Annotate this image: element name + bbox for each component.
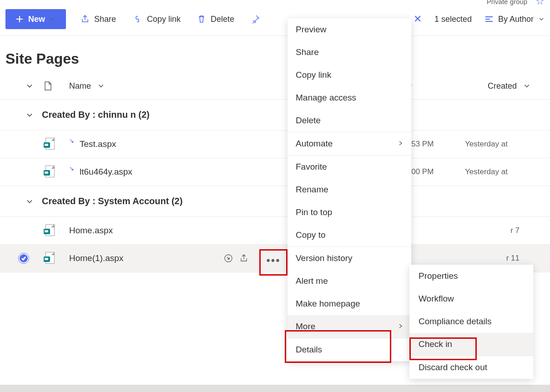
group-label: Created By : chinnu n (2): [42, 110, 150, 120]
type-header[interactable]: [42, 81, 69, 91]
menu-preview[interactable]: Preview: [288, 18, 411, 41]
group-header[interactable]: Created By : chinnu n (2): [0, 100, 550, 131]
menu-version-history[interactable]: Version history: [288, 247, 411, 270]
view-selector[interactable]: By Author: [484, 15, 545, 24]
menu-delete[interactable]: Delete: [288, 109, 411, 132]
toolbar: New Share Copy link Delete ✕ 1 selected …: [0, 0, 550, 36]
created-header[interactable]: Created: [488, 81, 542, 91]
chevron-down-icon: [25, 197, 34, 206]
chevron-right-icon: [398, 322, 403, 332]
menu-alert-me[interactable]: Alert me: [288, 270, 411, 292]
share-label: Share: [94, 15, 116, 24]
menu-more[interactable]: More: [288, 315, 411, 338]
file-name[interactable]: Test.aspx: [80, 139, 116, 149]
menu-manage-access[interactable]: Manage access: [288, 86, 411, 109]
submenu-compliance[interactable]: Compliance details: [409, 310, 533, 333]
plus-icon: [15, 15, 24, 23]
delete-label: Delete: [211, 15, 234, 24]
created-cell: r 7: [465, 226, 520, 235]
list-icon: [484, 16, 494, 22]
delete-button[interactable]: Delete: [195, 12, 236, 27]
sharepoint-page-icon: [44, 252, 55, 265]
group-toggle-header[interactable]: [5, 82, 42, 90]
file-row[interactable]: ↘ lt6u464y.aspx Yesterday at 11:00 PM Ye…: [0, 158, 550, 186]
submenu-discard-checkout[interactable]: Discard check out: [409, 356, 533, 379]
group-header[interactable]: Created By : System Account (2): [0, 186, 550, 217]
file-row[interactable]: ↘ Test.aspx Yesterday at 10:53 PM Yester…: [0, 131, 550, 158]
menu-rename[interactable]: Rename: [288, 178, 411, 201]
menu-copy-to[interactable]: Copy to: [288, 224, 411, 246]
more-actions-highlight: •••: [259, 249, 288, 276]
menu-automate[interactable]: Automate: [288, 132, 411, 155]
submenu-workflow[interactable]: Workflow: [409, 287, 533, 310]
copy-link-label: Copy link: [147, 15, 181, 24]
chevron-down-icon: [523, 82, 530, 90]
menu-copy-link[interactable]: Copy link: [288, 64, 411, 86]
new-button[interactable]: New: [5, 9, 66, 29]
file-name[interactable]: Home(1).aspx: [69, 253, 123, 263]
menu-pin-to-top[interactable]: Pin to top: [288, 201, 411, 224]
pin-button[interactable]: [249, 12, 262, 26]
more-submenu: Properties Workflow Compliance details C…: [409, 265, 533, 379]
group-label: Created By : System Account (2): [42, 196, 182, 206]
footer-bar: [0, 385, 550, 392]
selected-check-icon[interactable]: [19, 253, 29, 263]
view-label: By Author: [498, 15, 534, 24]
pin-icon: [251, 15, 260, 24]
menu-details[interactable]: Details: [288, 338, 411, 361]
share-row-icon[interactable]: [239, 254, 248, 263]
created-cell: Yesterday at: [465, 167, 520, 176]
close-selection-icon[interactable]: ✕: [414, 13, 422, 25]
sharepoint-page-icon: [44, 138, 55, 151]
submenu-properties[interactable]: Properties: [409, 265, 533, 287]
column-headers: Name Modified Created: [0, 76, 550, 100]
file-name[interactable]: Home.aspx: [69, 226, 113, 236]
created-cell: Yesterday at: [465, 140, 520, 149]
created-cell: r 11: [465, 254, 520, 263]
sharepoint-page-icon: [44, 166, 55, 178]
sharepoint-page-icon: [44, 224, 55, 237]
checkout-indicator-icon: ↘: [69, 165, 74, 172]
chevron-down-icon: [50, 16, 56, 22]
selection-count: 1 selected: [434, 15, 472, 24]
menu-share[interactable]: Share: [288, 41, 411, 64]
chevron-right-icon: [398, 139, 403, 149]
share-icon: [81, 15, 90, 24]
menu-favorite[interactable]: Favorite: [288, 156, 411, 178]
link-icon: [132, 15, 142, 24]
name-header-label: Name: [69, 81, 91, 91]
file-row[interactable]: Home.aspx r 7: [0, 217, 550, 245]
menu-make-homepage[interactable]: Make homepage: [288, 292, 411, 315]
more-actions-button[interactable]: •••: [266, 255, 280, 270]
chevron-down-icon: [538, 16, 545, 22]
context-menu: Preview Share Copy link Manage access De…: [288, 18, 411, 361]
trash-icon: [197, 15, 206, 24]
submenu-check-in[interactable]: Check in: [409, 333, 533, 356]
checkout-status-icon[interactable]: [224, 254, 233, 263]
chevron-down-icon: [25, 82, 34, 90]
file-icon: [44, 81, 52, 91]
chevron-down-icon: [97, 82, 105, 90]
created-header-label: Created: [488, 81, 517, 91]
copy-link-button[interactable]: Copy link: [131, 12, 182, 27]
page-title: Site Pages: [0, 36, 550, 76]
share-button[interactable]: Share: [79, 12, 118, 27]
file-name[interactable]: lt6u464y.aspx: [80, 167, 132, 177]
chevron-down-icon: [25, 111, 34, 119]
checkout-indicator-icon: ↘: [69, 137, 74, 144]
new-button-label: New: [28, 15, 45, 24]
